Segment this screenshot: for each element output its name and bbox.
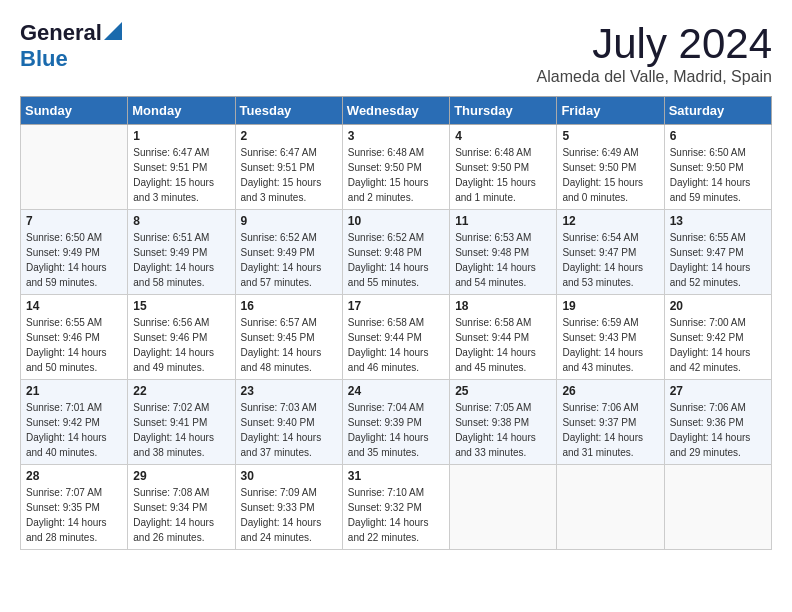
day-info: Sunrise: 6:54 AMSunset: 9:47 PMDaylight:… — [562, 230, 658, 290]
day-number: 18 — [455, 299, 551, 313]
calendar-header-row: SundayMondayTuesdayWednesdayThursdayFrid… — [21, 97, 772, 125]
logo-triangle-icon — [104, 22, 122, 40]
calendar-cell: 20Sunrise: 7:00 AMSunset: 9:42 PMDayligh… — [664, 295, 771, 380]
day-number: 3 — [348, 129, 444, 143]
day-number: 11 — [455, 214, 551, 228]
day-number: 10 — [348, 214, 444, 228]
calendar-day-header: Sunday — [21, 97, 128, 125]
day-info: Sunrise: 7:04 AMSunset: 9:39 PMDaylight:… — [348, 400, 444, 460]
calendar-cell — [664, 465, 771, 550]
day-number: 21 — [26, 384, 122, 398]
calendar-day-header: Thursday — [450, 97, 557, 125]
calendar-cell: 24Sunrise: 7:04 AMSunset: 9:39 PMDayligh… — [342, 380, 449, 465]
day-info: Sunrise: 6:49 AMSunset: 9:50 PMDaylight:… — [562, 145, 658, 205]
calendar-cell: 9Sunrise: 6:52 AMSunset: 9:49 PMDaylight… — [235, 210, 342, 295]
day-number: 17 — [348, 299, 444, 313]
day-info: Sunrise: 6:53 AMSunset: 9:48 PMDaylight:… — [455, 230, 551, 290]
day-info: Sunrise: 6:56 AMSunset: 9:46 PMDaylight:… — [133, 315, 229, 375]
day-number: 12 — [562, 214, 658, 228]
page-header: General Blue July 2024 Alameda del Valle… — [20, 20, 772, 86]
day-number: 1 — [133, 129, 229, 143]
day-info: Sunrise: 6:48 AMSunset: 9:50 PMDaylight:… — [348, 145, 444, 205]
calendar-cell: 5Sunrise: 6:49 AMSunset: 9:50 PMDaylight… — [557, 125, 664, 210]
day-info: Sunrise: 6:51 AMSunset: 9:49 PMDaylight:… — [133, 230, 229, 290]
calendar-cell: 1Sunrise: 6:47 AMSunset: 9:51 PMDaylight… — [128, 125, 235, 210]
calendar-cell: 31Sunrise: 7:10 AMSunset: 9:32 PMDayligh… — [342, 465, 449, 550]
day-number: 2 — [241, 129, 337, 143]
calendar-cell — [450, 465, 557, 550]
day-number: 19 — [562, 299, 658, 313]
calendar-day-header: Wednesday — [342, 97, 449, 125]
calendar-day-header: Tuesday — [235, 97, 342, 125]
calendar-cell: 6Sunrise: 6:50 AMSunset: 9:50 PMDaylight… — [664, 125, 771, 210]
day-info: Sunrise: 6:52 AMSunset: 9:48 PMDaylight:… — [348, 230, 444, 290]
day-info: Sunrise: 7:07 AMSunset: 9:35 PMDaylight:… — [26, 485, 122, 545]
calendar-week-row: 28Sunrise: 7:07 AMSunset: 9:35 PMDayligh… — [21, 465, 772, 550]
day-number: 23 — [241, 384, 337, 398]
day-number: 8 — [133, 214, 229, 228]
day-info: Sunrise: 7:02 AMSunset: 9:41 PMDaylight:… — [133, 400, 229, 460]
calendar-week-row: 14Sunrise: 6:55 AMSunset: 9:46 PMDayligh… — [21, 295, 772, 380]
calendar-cell — [557, 465, 664, 550]
calendar-cell: 29Sunrise: 7:08 AMSunset: 9:34 PMDayligh… — [128, 465, 235, 550]
day-number: 15 — [133, 299, 229, 313]
logo: General Blue — [20, 20, 122, 72]
calendar-cell: 23Sunrise: 7:03 AMSunset: 9:40 PMDayligh… — [235, 380, 342, 465]
calendar-table: SundayMondayTuesdayWednesdayThursdayFrid… — [20, 96, 772, 550]
day-info: Sunrise: 7:01 AMSunset: 9:42 PMDaylight:… — [26, 400, 122, 460]
day-info: Sunrise: 7:05 AMSunset: 9:38 PMDaylight:… — [455, 400, 551, 460]
day-number: 24 — [348, 384, 444, 398]
day-number: 4 — [455, 129, 551, 143]
calendar-cell: 14Sunrise: 6:55 AMSunset: 9:46 PMDayligh… — [21, 295, 128, 380]
day-info: Sunrise: 7:06 AMSunset: 9:37 PMDaylight:… — [562, 400, 658, 460]
calendar-cell: 8Sunrise: 6:51 AMSunset: 9:49 PMDaylight… — [128, 210, 235, 295]
day-number: 6 — [670, 129, 766, 143]
day-info: Sunrise: 6:55 AMSunset: 9:46 PMDaylight:… — [26, 315, 122, 375]
day-number: 7 — [26, 214, 122, 228]
day-number: 28 — [26, 469, 122, 483]
day-info: Sunrise: 6:50 AMSunset: 9:50 PMDaylight:… — [670, 145, 766, 205]
calendar-cell — [21, 125, 128, 210]
day-info: Sunrise: 6:52 AMSunset: 9:49 PMDaylight:… — [241, 230, 337, 290]
calendar-cell: 3Sunrise: 6:48 AMSunset: 9:50 PMDaylight… — [342, 125, 449, 210]
calendar-week-row: 7Sunrise: 6:50 AMSunset: 9:49 PMDaylight… — [21, 210, 772, 295]
day-number: 26 — [562, 384, 658, 398]
calendar-cell: 18Sunrise: 6:58 AMSunset: 9:44 PMDayligh… — [450, 295, 557, 380]
calendar-cell: 26Sunrise: 7:06 AMSunset: 9:37 PMDayligh… — [557, 380, 664, 465]
day-info: Sunrise: 7:03 AMSunset: 9:40 PMDaylight:… — [241, 400, 337, 460]
day-number: 22 — [133, 384, 229, 398]
calendar-cell: 16Sunrise: 6:57 AMSunset: 9:45 PMDayligh… — [235, 295, 342, 380]
day-info: Sunrise: 6:48 AMSunset: 9:50 PMDaylight:… — [455, 145, 551, 205]
day-info: Sunrise: 7:10 AMSunset: 9:32 PMDaylight:… — [348, 485, 444, 545]
day-number: 5 — [562, 129, 658, 143]
day-info: Sunrise: 7:00 AMSunset: 9:42 PMDaylight:… — [670, 315, 766, 375]
calendar-cell: 28Sunrise: 7:07 AMSunset: 9:35 PMDayligh… — [21, 465, 128, 550]
day-number: 31 — [348, 469, 444, 483]
day-info: Sunrise: 6:57 AMSunset: 9:45 PMDaylight:… — [241, 315, 337, 375]
calendar-cell: 19Sunrise: 6:59 AMSunset: 9:43 PMDayligh… — [557, 295, 664, 380]
calendar-cell: 17Sunrise: 6:58 AMSunset: 9:44 PMDayligh… — [342, 295, 449, 380]
day-info: Sunrise: 6:47 AMSunset: 9:51 PMDaylight:… — [133, 145, 229, 205]
calendar-cell: 2Sunrise: 6:47 AMSunset: 9:51 PMDaylight… — [235, 125, 342, 210]
calendar-cell: 30Sunrise: 7:09 AMSunset: 9:33 PMDayligh… — [235, 465, 342, 550]
calendar-cell: 22Sunrise: 7:02 AMSunset: 9:41 PMDayligh… — [128, 380, 235, 465]
day-info: Sunrise: 6:47 AMSunset: 9:51 PMDaylight:… — [241, 145, 337, 205]
calendar-cell: 11Sunrise: 6:53 AMSunset: 9:48 PMDayligh… — [450, 210, 557, 295]
day-info: Sunrise: 7:08 AMSunset: 9:34 PMDaylight:… — [133, 485, 229, 545]
day-number: 14 — [26, 299, 122, 313]
day-info: Sunrise: 6:50 AMSunset: 9:49 PMDaylight:… — [26, 230, 122, 290]
day-number: 25 — [455, 384, 551, 398]
calendar-week-row: 21Sunrise: 7:01 AMSunset: 9:42 PMDayligh… — [21, 380, 772, 465]
day-number: 13 — [670, 214, 766, 228]
month-title: July 2024 — [537, 20, 772, 68]
calendar-cell: 15Sunrise: 6:56 AMSunset: 9:46 PMDayligh… — [128, 295, 235, 380]
calendar-week-row: 1Sunrise: 6:47 AMSunset: 9:51 PMDaylight… — [21, 125, 772, 210]
calendar-day-header: Saturday — [664, 97, 771, 125]
day-info: Sunrise: 7:09 AMSunset: 9:33 PMDaylight:… — [241, 485, 337, 545]
calendar-day-header: Friday — [557, 97, 664, 125]
calendar-cell: 7Sunrise: 6:50 AMSunset: 9:49 PMDaylight… — [21, 210, 128, 295]
location-text: Alameda del Valle, Madrid, Spain — [537, 68, 772, 86]
calendar-cell: 4Sunrise: 6:48 AMSunset: 9:50 PMDaylight… — [450, 125, 557, 210]
svg-marker-0 — [104, 22, 122, 40]
calendar-cell: 27Sunrise: 7:06 AMSunset: 9:36 PMDayligh… — [664, 380, 771, 465]
